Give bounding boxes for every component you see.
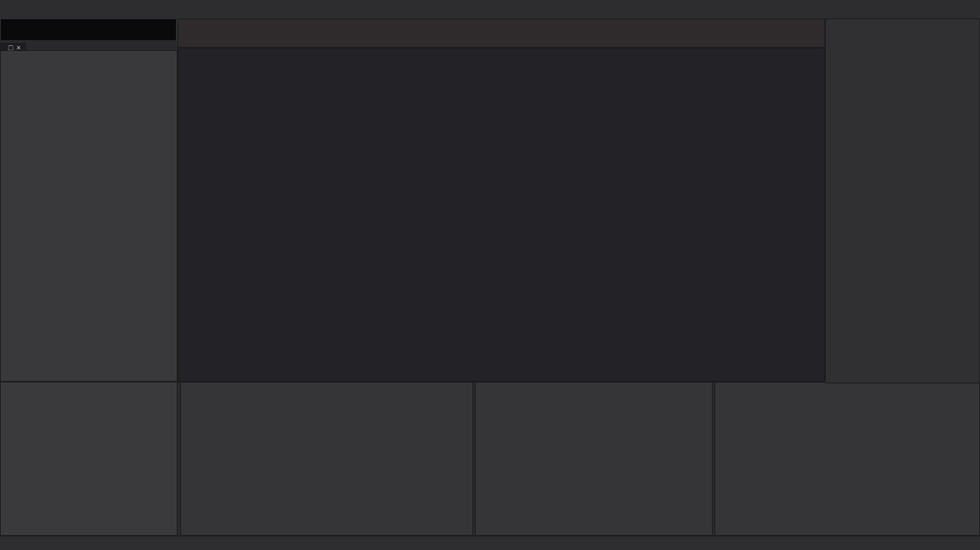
time-display-panel: □ × — [0, 18, 178, 50]
regions-list-panel — [475, 382, 713, 536]
status-bar — [0, 536, 980, 550]
channel-meters-panel — [825, 18, 980, 383]
waveform-editor — [178, 48, 825, 382]
preset-library-panel — [0, 50, 178, 382]
file-overview-bar[interactable] — [178, 18, 825, 48]
time-display-tabrow: □ × — [0, 40, 178, 50]
file-properties-panel — [180, 382, 473, 536]
loudness-meters-panel — [714, 382, 980, 536]
time-display-readout — [1, 19, 176, 40]
sound-forge-window: □ × — [0, 0, 980, 550]
main-toolbar — [0, 0, 980, 19]
plugin-chain-panel — [0, 382, 178, 536]
